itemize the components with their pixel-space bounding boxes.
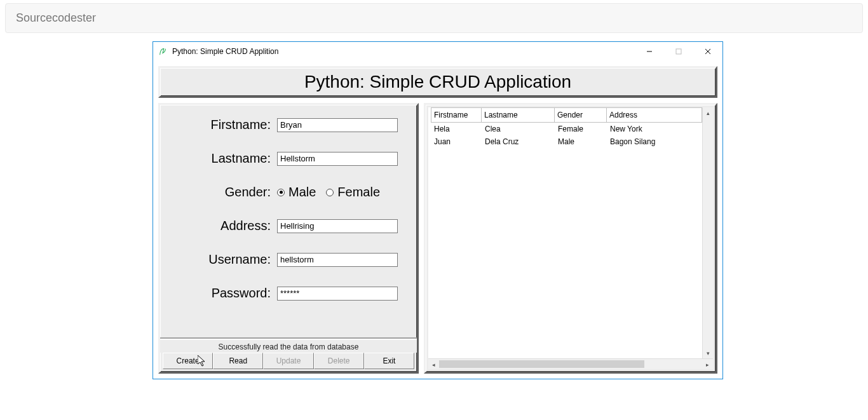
app-window: Python: Simple CRUD Applition Python: Si… [153, 41, 723, 379]
lastname-row: Lastname: [169, 151, 408, 166]
cell: Male [555, 137, 607, 146]
cell: Dela Cruz [482, 137, 555, 146]
exit-button-label: Exit [383, 356, 395, 365]
username-input[interactable] [277, 253, 398, 267]
address-label: Address: [169, 219, 277, 233]
radio-female-label: Female [337, 185, 380, 200]
lastname-input[interactable] [277, 152, 398, 166]
site-title: Sourcecodester [16, 11, 96, 24]
username-row: Username: [169, 252, 408, 267]
cell: Bagon Silang [607, 137, 702, 146]
address-input[interactable] [277, 219, 398, 233]
app-header-panel: Python: Simple CRUD Application [158, 66, 717, 98]
firstname-input[interactable] [277, 118, 398, 132]
create-button[interactable]: Create [163, 353, 213, 369]
scroll-down-icon[interactable]: ▾ [703, 348, 713, 358]
cell: Clea [482, 125, 555, 133]
maximize-button[interactable] [664, 42, 693, 61]
password-label: Password: [169, 286, 277, 301]
scroll-right-icon[interactable]: ▸ [702, 359, 713, 370]
create-button-label: Create [177, 356, 200, 365]
delete-button-label: Delete [328, 356, 350, 365]
read-button[interactable]: Read [213, 353, 263, 369]
window-controls [635, 42, 722, 61]
minimize-button[interactable] [635, 42, 664, 61]
close-button[interactable] [693, 42, 722, 61]
status-message: Successfully read the data from database [160, 339, 417, 353]
button-bar: Create Read Update Delete Exit [160, 353, 417, 372]
scroll-track-v[interactable] [703, 118, 713, 348]
lastname-label: Lastname: [169, 151, 277, 166]
table-row[interactable]: Hela Clea Female New York [428, 123, 702, 135]
gender-radio-group: Male Female [277, 185, 380, 200]
gender-row: Gender: Male Female [169, 185, 408, 200]
radio-male[interactable] [277, 189, 285, 196]
update-button-label: Update [276, 356, 301, 365]
read-button-label: Read [229, 356, 247, 365]
cell: Hela [431, 125, 482, 133]
password-input[interactable] [277, 287, 398, 301]
window-client-area: Python: Simple CRUD Application Firstnam… [153, 61, 722, 379]
delete-button[interactable]: Delete [314, 353, 364, 369]
firstname-label: Firstname: [169, 118, 277, 132]
scroll-thumb-h[interactable] [439, 360, 644, 368]
scroll-track-h[interactable] [439, 359, 702, 369]
address-row: Address: [169, 219, 408, 233]
scroll-left-icon[interactable]: ◂ [428, 359, 439, 370]
col-lastname[interactable]: Lastname [482, 107, 555, 123]
vertical-scrollbar[interactable]: ▴ ▾ [702, 107, 713, 358]
cell: New York [607, 125, 702, 133]
username-label: Username: [169, 252, 277, 267]
site-header: Sourcecodester [5, 3, 863, 33]
body-row: Firstname: Lastname: Gender: Male [158, 103, 717, 374]
app-heading: Python: Simple CRUD Application [304, 72, 571, 92]
svg-rect-1 [676, 49, 681, 54]
firstname-row: Firstname: [169, 118, 408, 132]
form-panel: Firstname: Lastname: Gender: Male [158, 103, 419, 374]
update-button[interactable]: Update [263, 353, 313, 369]
cell: Juan [431, 137, 482, 146]
gender-label: Gender: [169, 185, 277, 200]
col-gender[interactable]: Gender [555, 107, 607, 123]
data-treeview[interactable]: Firstname Lastname Gender Address Hela C… [428, 107, 713, 358]
horizontal-scrollbar[interactable]: ◂ ▸ [428, 358, 713, 369]
form-fields: Firstname: Lastname: Gender: Male [160, 105, 417, 339]
tree-content: Firstname Lastname Gender Address Hela C… [428, 107, 702, 358]
table-row[interactable]: Juan Dela Cruz Male Bagon Silang [428, 135, 702, 148]
col-firstname[interactable]: Firstname [431, 107, 482, 123]
radio-male-label: Male [288, 185, 316, 200]
col-address[interactable]: Address [607, 107, 702, 123]
table-panel: Firstname Lastname Gender Address Hela C… [424, 103, 717, 374]
python-icon [158, 47, 167, 56]
cell: Female [555, 125, 607, 133]
radio-female[interactable] [326, 189, 334, 196]
exit-button[interactable]: Exit [364, 353, 414, 369]
scroll-up-icon[interactable]: ▴ [703, 107, 713, 118]
password-row: Password: [169, 286, 408, 301]
table-header-row: Firstname Lastname Gender Address [428, 107, 702, 123]
